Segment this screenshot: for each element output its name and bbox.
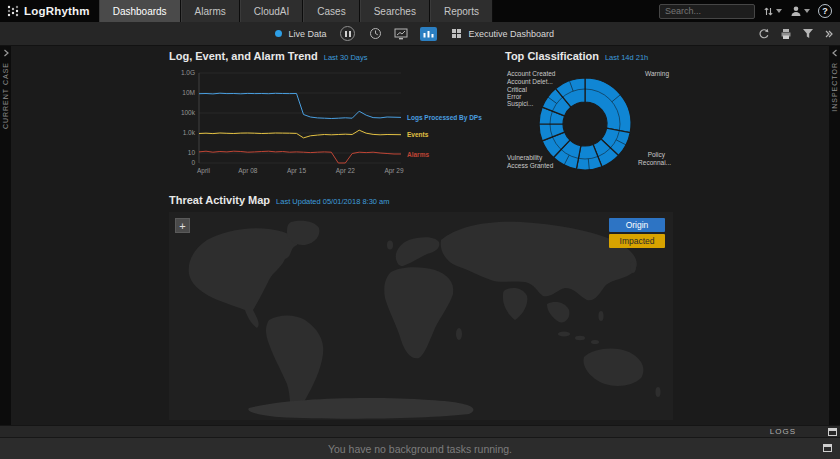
donut-label-error: Error <box>507 93 521 100</box>
world-map[interactable]: + Origin Impacted <box>169 212 673 420</box>
user-menu-button[interactable] <box>790 5 810 17</box>
main-area: CURRENT CASE Log, Event, and Alarm Trend… <box>0 46 840 425</box>
threat-map-panel: Threat Activity Map Last Updated 05/01/2… <box>169 194 673 420</box>
main-tabs: Dashboards Alarms CloudAI Cases Searches… <box>99 0 493 22</box>
classification-panel-range: Last 14d 21h <box>605 53 648 62</box>
donut-label-account-deleted: Account Delet... <box>507 78 553 85</box>
topbar-right-controls: ? <box>659 0 840 22</box>
current-case-panel-toggle[interactable]: CURRENT CASE <box>0 46 11 425</box>
chevron-down-icon <box>804 9 810 13</box>
trend-chart: 1.0G10M100k1.0k100AprilApr 08Apr 15Apr 2… <box>169 65 501 177</box>
current-case-label: CURRENT CASE <box>2 62 9 129</box>
search-input[interactable] <box>659 4 755 19</box>
live-data-label: Live Data <box>288 29 326 39</box>
toolbar-right-icons <box>758 28 840 40</box>
svg-text:Apr 08: Apr 08 <box>238 167 258 175</box>
logrhythm-logo-icon <box>7 4 20 18</box>
tab-cloudai[interactable]: CloudAI <box>240 0 304 22</box>
donut-label-policy: Policy <box>648 151 665 158</box>
collapse-panel-button[interactable] <box>824 29 834 39</box>
inspector-label: INSPECTOR <box>831 62 838 112</box>
dashboard-toolbar: Live Data <box>0 22 840 46</box>
tab-alarms[interactable]: Alarms <box>181 0 240 22</box>
donut-label-reconnaissance: Reconnai... <box>638 159 671 166</box>
map-zoom-in-button[interactable]: + <box>175 218 190 233</box>
svg-text:1.0k: 1.0k <box>183 129 196 136</box>
svg-text:Alarms: Alarms <box>407 151 429 158</box>
world-map-graphic <box>169 212 673 420</box>
dashboard-view-button-selected[interactable] <box>420 27 437 41</box>
live-data-group: Live Data <box>275 29 326 39</box>
logs-collapsed-bar[interactable]: LOGS <box>0 425 840 437</box>
tab-cases[interactable]: Cases <box>303 0 359 22</box>
svg-text:10: 10 <box>188 149 196 156</box>
map-panel-title: Threat Activity Map <box>169 194 270 206</box>
classification-panel: Top Classification Last 14d 21h Account … <box>505 50 673 192</box>
svg-text:100k: 100k <box>181 109 196 116</box>
sort-menu-button[interactable] <box>763 6 782 17</box>
chevron-right-icon <box>2 49 10 57</box>
donut-label-suspicious: Suspici... <box>507 100 533 107</box>
status-bar: You have no background tasks running. <box>0 437 840 459</box>
printer-icon <box>780 28 792 40</box>
reset-button[interactable] <box>758 28 770 40</box>
tab-searches[interactable]: Searches <box>360 0 430 22</box>
legend-origin-button[interactable]: Origin <box>609 218 665 232</box>
pause-button[interactable] <box>340 26 355 41</box>
filter-button[interactable] <box>802 28 814 39</box>
dashboard-view-icon <box>422 29 435 39</box>
help-icon[interactable]: ? <box>818 4 832 18</box>
top-navigation-bar: LogRhythm Dashboards Alarms CloudAI Case… <box>0 0 840 22</box>
background-tasks-icon[interactable] <box>823 444 832 452</box>
sort-icon <box>763 6 774 17</box>
logs-bar-label[interactable]: LOGS <box>770 427 796 436</box>
legend-impacted-button[interactable]: Impacted <box>609 234 665 248</box>
logrhythm-logo: LogRhythm <box>0 0 99 22</box>
svg-text:1.0G: 1.0G <box>181 69 195 76</box>
donut-label-vulnerability: Vulnerability <box>507 154 542 161</box>
map-legend: Origin Impacted <box>609 218 665 248</box>
expand-logs-panel-icon[interactable] <box>828 428 837 436</box>
map-panel-range: Last Updated 05/01/2018 8:30 am <box>276 197 389 206</box>
dashboard-selector-label: Executive Dashboard <box>468 29 554 39</box>
donut-label-access-granted: Access Granted <box>507 162 553 169</box>
svg-text:10M: 10M <box>182 89 195 96</box>
dashboard-content: Log, Event, and Alarm Trend Last 30 Days… <box>11 46 829 425</box>
inspector-panel-toggle[interactable]: INSPECTOR <box>829 46 840 425</box>
donut-label-critical: Critical <box>507 86 527 93</box>
history-button[interactable] <box>369 27 382 40</box>
double-chevron-right-icon <box>824 29 834 39</box>
donut-label-account-created: Account Created <box>507 70 555 77</box>
trend-panel-title: Log, Event, and Alarm Trend <box>169 50 318 62</box>
svg-text:Events: Events <box>407 131 429 138</box>
chevron-left-icon <box>831 49 839 57</box>
chart-view-button[interactable] <box>394 28 408 40</box>
trend-panel: Log, Event, and Alarm Trend Last 30 Days… <box>169 50 501 192</box>
undo-icon <box>758 28 770 40</box>
live-data-indicator-icon <box>275 30 282 37</box>
trend-panel-range: Last 30 Days <box>324 53 368 62</box>
tab-reports[interactable]: Reports <box>430 0 493 22</box>
svg-text:Apr 15: Apr 15 <box>287 167 307 175</box>
classification-donut-wrap: Account Created Account Delet... Critica… <box>505 67 673 185</box>
classification-panel-title: Top Classification <box>505 50 599 62</box>
user-icon <box>790 5 802 17</box>
grid-icon <box>451 28 462 39</box>
chart-view-icon <box>394 28 408 40</box>
donut-label-warning: Warning <box>645 70 669 77</box>
svg-text:Apr 22: Apr 22 <box>336 167 356 175</box>
dashboard-selector[interactable]: Executive Dashboard <box>451 28 554 39</box>
chevron-down-icon <box>776 9 782 13</box>
svg-text:0: 0 <box>191 159 195 166</box>
svg-text:Logs Processed By DPs: Logs Processed By DPs <box>407 114 482 122</box>
filter-funnel-icon <box>802 28 814 39</box>
logo-text: LogRhythm <box>24 5 90 17</box>
svg-text:Apr 29: Apr 29 <box>384 167 404 175</box>
tab-dashboards[interactable]: Dashboards <box>99 0 181 22</box>
clock-icon <box>369 27 382 40</box>
svg-text:April: April <box>197 167 211 175</box>
print-button[interactable] <box>780 28 792 40</box>
status-message: You have no background tasks running. <box>328 443 512 455</box>
